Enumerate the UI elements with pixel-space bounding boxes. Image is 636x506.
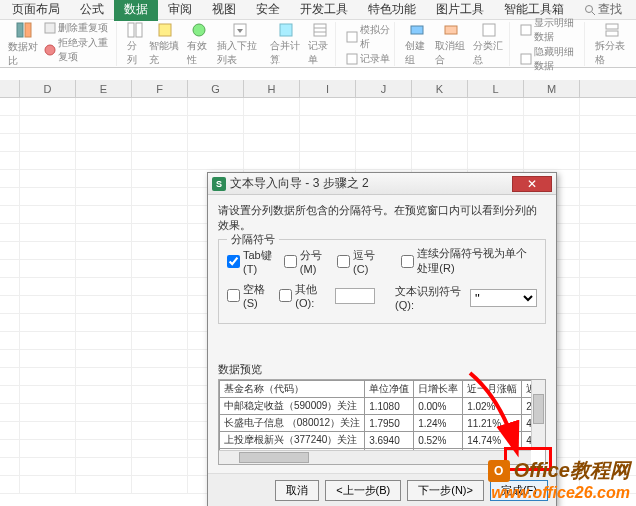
dropdown-icon [232, 22, 248, 38]
col-header-g[interactable]: G [188, 80, 244, 97]
svg-point-0 [586, 5, 593, 12]
tool-group-split: 拆分表格 [591, 22, 632, 66]
reject-dup-button[interactable]: 拒绝录入重复项 [44, 36, 112, 64]
tab-review[interactable]: 审阅 [158, 0, 202, 21]
tool-group-compare: 数据对比 删除重复项 拒绝录入重复项 [4, 22, 117, 66]
semicolon-checkbox[interactable]: 分号(M) [284, 248, 329, 275]
col-header-h[interactable]: H [244, 80, 300, 97]
watermark-url: www.office26.com [488, 484, 630, 502]
col-header-l[interactable]: L [468, 80, 524, 97]
delimiter-fieldset: 分隔符号 Tab键(T) 分号(M) 逗号(C) 连续分隔符号视为单个处理(R)… [218, 239, 546, 324]
other-delimiter-input[interactable] [335, 288, 375, 304]
dialog-instruction: 请设置分列数据所包含的分隔符号。在预览窗口内可以看到分列的效果。 [218, 203, 546, 233]
show-detail-button[interactable]: 显示明细数据 [520, 16, 580, 44]
svg-point-9 [193, 24, 205, 36]
data-compare-label: 数据对比 [8, 40, 40, 68]
group-create-icon [409, 22, 425, 38]
watermark: O Office教程网 www.office26.com [488, 457, 630, 502]
col-header-m[interactable]: M [524, 80, 580, 97]
tab-checkbox[interactable]: Tab键(T) [227, 248, 276, 275]
svg-rect-20 [521, 25, 531, 35]
svg-rect-21 [521, 54, 531, 64]
tab-devtools[interactable]: 开发工具 [290, 0, 358, 21]
split-col-button[interactable]: 分列 [127, 22, 143, 67]
tab-data[interactable]: 数据 [114, 0, 158, 21]
column-headers: D E F G H I J K L M [0, 80, 636, 98]
preview-hscroll-thumb[interactable] [239, 452, 309, 463]
svg-point-5 [45, 45, 55, 55]
comma-checkbox[interactable]: 逗号(C) [337, 248, 381, 275]
compare-icon [15, 21, 33, 39]
cancel-button[interactable]: 取消 [275, 480, 319, 501]
preview-box: 基金名称（代码）单位净值日增长率近一月涨幅近半年涨幅近一年中邮稳定收益（5900… [218, 379, 546, 465]
consolidate-icon [278, 22, 294, 38]
record-form-icon [312, 22, 328, 38]
subtotal-icon [481, 22, 497, 38]
ungroup-icon [443, 22, 459, 38]
consecutive-checkbox[interactable]: 连续分隔符号视为单个处理(R) [401, 246, 537, 276]
svg-rect-3 [25, 23, 31, 37]
preview-vscroll[interactable] [531, 380, 545, 450]
tab-security[interactable]: 安全 [246, 0, 290, 21]
col-header-e[interactable]: E [76, 80, 132, 97]
dialog-body: 请设置分列数据所包含的分隔符号。在预览窗口内可以看到分列的效果。 分隔符号 Ta… [208, 195, 556, 473]
svg-rect-18 [445, 26, 457, 34]
whatif-button[interactable]: 模拟分析 [346, 23, 390, 51]
smart-fill-button[interactable]: 智能填充 [149, 22, 181, 67]
tool-group-analysis: 模拟分析 记录单 [342, 22, 395, 66]
data-compare-button[interactable]: 数据对比 [8, 21, 40, 68]
watermark-logo-icon: O [488, 460, 510, 482]
split-table-button[interactable]: 拆分表格 [595, 22, 628, 67]
whatif-icon [346, 31, 358, 43]
svg-rect-17 [411, 26, 423, 34]
record-button[interactable]: 记录单 [346, 52, 390, 66]
space-checkbox[interactable]: 空格(S) [227, 282, 271, 309]
other-checkbox[interactable]: 其他(O): [279, 282, 327, 309]
qualifier-label: 文本识别符号(Q): [395, 284, 466, 311]
preview-vscroll-thumb[interactable] [533, 394, 544, 424]
next-button[interactable]: 下一步(N)> [407, 480, 484, 501]
svg-rect-23 [606, 31, 618, 36]
tab-pagelayout[interactable]: 页面布局 [2, 0, 70, 21]
delete-dup-icon [44, 22, 56, 34]
group-create-button[interactable]: 创建组 [405, 22, 429, 67]
search-icon [584, 4, 596, 16]
svg-rect-8 [159, 24, 171, 36]
col-header-d[interactable]: D [20, 80, 76, 97]
tab-formula[interactable]: 公式 [70, 0, 114, 21]
tab-feature[interactable]: 特色功能 [358, 0, 426, 21]
subtotal-button[interactable]: 分类汇总 [473, 22, 505, 67]
col-header-k[interactable]: K [412, 80, 468, 97]
smart-fill-icon [157, 22, 173, 38]
search-box[interactable]: 查找 [584, 1, 622, 18]
svg-rect-15 [347, 32, 357, 42]
tab-picture[interactable]: 图片工具 [426, 0, 494, 21]
svg-rect-16 [347, 54, 357, 64]
dialog-titlebar[interactable]: S 文本导入向导 - 3 步骤之 2 ✕ [208, 173, 556, 195]
col-header-f[interactable]: F [132, 80, 188, 97]
tab-view[interactable]: 视图 [202, 0, 246, 21]
consolidate-button[interactable]: 合并计算 [270, 22, 302, 67]
back-button[interactable]: <上一步(B) [325, 480, 401, 501]
validation-button[interactable]: 有效性 [187, 22, 211, 67]
text-import-wizard-dialog: S 文本导入向导 - 3 步骤之 2 ✕ 请设置分列数据所包含的分隔符号。在预览… [207, 172, 557, 506]
close-button[interactable]: ✕ [512, 176, 552, 192]
col-header-i[interactable]: I [300, 80, 356, 97]
record-form-button[interactable]: 记录单 [308, 22, 332, 67]
svg-rect-4 [45, 23, 55, 33]
delete-dup-button[interactable]: 删除重复项 [44, 21, 112, 35]
corner-header[interactable] [0, 80, 20, 97]
validation-icon [191, 22, 207, 38]
svg-rect-12 [314, 24, 326, 36]
tool-group-data: 分列 智能填充 有效性 插入下拉列表 合并计算 记录单 [123, 22, 336, 66]
svg-line-1 [592, 12, 595, 15]
hide-detail-icon [520, 53, 532, 65]
col-header-j[interactable]: J [356, 80, 412, 97]
ungroup-button[interactable]: 取消组合 [435, 22, 467, 67]
svg-rect-22 [606, 24, 618, 29]
dropdown-button[interactable]: 插入下拉列表 [217, 22, 264, 67]
qualifier-select[interactable]: " [470, 289, 537, 307]
watermark-title: Office教程网 [514, 457, 630, 484]
svg-rect-6 [128, 23, 134, 37]
preview-hscroll[interactable] [219, 450, 531, 464]
